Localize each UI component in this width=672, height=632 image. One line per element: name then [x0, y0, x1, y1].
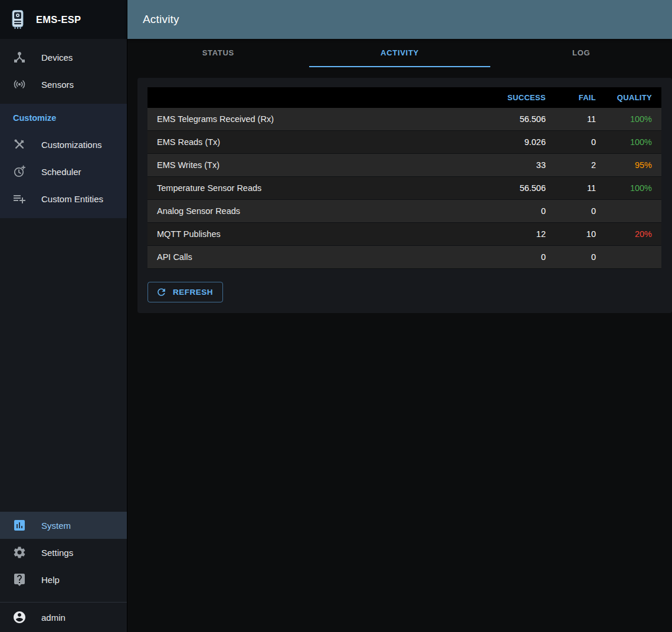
- main-area: Activity STATUS ACTIVITY LOG SUCCESS FAI…: [127, 0, 672, 632]
- sidebar-header: EMS-ESP: [0, 0, 127, 39]
- app-title: EMS-ESP: [36, 14, 81, 25]
- activity-table-header: SUCCESS FAIL QUALITY: [147, 87, 661, 108]
- metric-cell: EMS Reads (Tx): [147, 131, 481, 154]
- success-cell: 56.506: [481, 108, 555, 131]
- table-row: EMS Reads (Tx) 9.026 0 100%: [147, 131, 661, 154]
- refresh-icon: [156, 287, 167, 298]
- metric-cell: MQTT Publishes: [147, 223, 481, 246]
- success-cell: 12: [481, 223, 555, 246]
- account-circle-icon: [12, 610, 27, 624]
- sidebar-item-label: Customizations: [41, 140, 102, 150]
- app-root: EMS-ESP Devices Sensors Customize: [0, 0, 672, 632]
- fail-cell: 10: [555, 223, 605, 246]
- activity-card: SUCCESS FAIL QUALITY EMS Telegrams Recei…: [137, 78, 672, 313]
- quality-cell: 100%: [605, 177, 661, 200]
- activity-table: SUCCESS FAIL QUALITY EMS Telegrams Recei…: [147, 87, 661, 269]
- help-icon: [12, 572, 27, 587]
- sidebar-item-scheduler[interactable]: Scheduler: [0, 158, 127, 185]
- ems-esp-logo-icon: [7, 9, 28, 30]
- fail-cell: 11: [555, 108, 605, 131]
- fail-cell: 2: [555, 154, 605, 177]
- sidebar-item-system[interactable]: System: [0, 512, 127, 539]
- quality-cell: 95%: [605, 154, 661, 177]
- clock-plus-icon: [12, 164, 27, 179]
- table-row: MQTT Publishes 12 10 20%: [147, 223, 661, 246]
- tab-activity[interactable]: ACTIVITY: [309, 39, 491, 67]
- table-row: Analog Sensor Reads 0 0: [147, 200, 661, 223]
- table-row: EMS Telegrams Received (Rx) 56.506 11 10…: [147, 108, 661, 131]
- table-row: EMS Writes (Tx) 33 2 95%: [147, 154, 661, 177]
- sidebar-item-settings[interactable]: Settings: [0, 539, 127, 566]
- quality-cell: 100%: [605, 131, 661, 154]
- table-row: Temperature Sensor Reads 56.506 11 100%: [147, 177, 661, 200]
- sidebar-bottom-nav: System Settings Help admin: [0, 512, 127, 632]
- page-title: Activity: [143, 13, 179, 26]
- success-cell: 56.506: [481, 177, 555, 200]
- fail-cell: 11: [555, 177, 605, 200]
- sidebar: EMS-ESP Devices Sensors Customize: [0, 0, 127, 632]
- metric-cell: EMS Telegrams Received (Rx): [147, 108, 481, 131]
- metric-cell: Temperature Sensor Reads: [147, 177, 481, 200]
- success-cell: 33: [481, 154, 555, 177]
- device-hub-icon: [12, 50, 27, 64]
- sidebar-item-custom-entities[interactable]: Custom Entities: [0, 185, 127, 212]
- sidebar-customize-section: Customize Customizations: [0, 104, 127, 218]
- fail-cell: 0: [555, 200, 605, 223]
- quality-cell: [605, 200, 661, 223]
- sidebar-user-label: admin: [41, 613, 65, 623]
- bar-chart-icon: [12, 518, 27, 532]
- sidebar-item-label: Scheduler: [41, 167, 81, 177]
- tab-bar: STATUS ACTIVITY LOG: [127, 39, 672, 67]
- column-header-quality: QUALITY: [605, 87, 661, 108]
- sidebar-item-label: Sensors: [41, 80, 74, 90]
- metric-cell: EMS Writes (Tx): [147, 154, 481, 177]
- success-cell: 9.026: [481, 131, 555, 154]
- playlist-add-icon: [12, 192, 27, 206]
- sidebar-item-customizations[interactable]: Customizations: [0, 131, 127, 158]
- refresh-button-label: REFRESH: [173, 288, 213, 297]
- column-header-metric: [147, 87, 481, 108]
- success-cell: 0: [481, 200, 555, 223]
- sidebar-item-help[interactable]: Help: [0, 566, 127, 593]
- fail-cell: 0: [555, 246, 605, 269]
- tab-log[interactable]: LOG: [490, 39, 672, 67]
- sensors-icon: [12, 77, 27, 91]
- sidebar-item-label: Help: [41, 575, 60, 585]
- metric-cell: API Calls: [147, 246, 481, 269]
- tab-status[interactable]: STATUS: [127, 39, 309, 67]
- column-header-success: SUCCESS: [481, 87, 555, 108]
- refresh-button[interactable]: REFRESH: [147, 282, 223, 302]
- gear-icon: [12, 545, 27, 559]
- sidebar-item-sensors[interactable]: Sensors: [0, 71, 127, 98]
- sidebar-item-label: Custom Entities: [41, 194, 103, 204]
- metric-cell: Analog Sensor Reads: [147, 200, 481, 223]
- tools-icon: [12, 137, 27, 152]
- quality-cell: 100%: [605, 108, 661, 131]
- appbar: Activity: [127, 0, 672, 39]
- quality-cell: [605, 246, 661, 269]
- sidebar-item-label: Devices: [41, 52, 73, 62]
- success-cell: 0: [481, 246, 555, 269]
- quality-cell: 20%: [605, 223, 661, 246]
- customize-heading: Customize: [0, 104, 127, 131]
- sidebar-item-devices[interactable]: Devices: [0, 44, 127, 71]
- fail-cell: 0: [555, 131, 605, 154]
- sidebar-item-label: System: [41, 521, 71, 531]
- table-row: API Calls 0 0: [147, 246, 661, 269]
- column-header-fail: FAIL: [555, 87, 605, 108]
- sidebar-main-nav: Devices Sensors: [0, 39, 127, 98]
- sidebar-item-admin-user[interactable]: admin: [0, 603, 127, 632]
- sidebar-item-label: Settings: [41, 548, 73, 558]
